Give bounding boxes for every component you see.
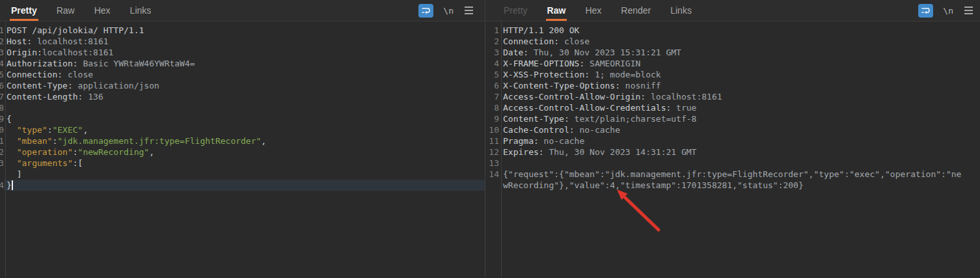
- tab-pretty: Pretty: [502, 0, 529, 21]
- line-text[interactable]: ]: [4, 169, 485, 180]
- token: Origin:: [7, 48, 42, 57]
- code-line: 11Pragma: no-cache: [486, 135, 980, 146]
- code-line[interactable]: 6Content-Type: application/json: [0, 80, 485, 91]
- line-number: 12: [486, 146, 499, 158]
- gutter-divider: [5, 22, 6, 278]
- request-editor[interactable]: 1POST /api/jolokia/ HTTP/1.12Host: local…: [0, 22, 485, 278]
- token: POST /api/jolokia/ HTTP/1.1: [7, 25, 144, 35]
- newline-toggle[interactable]: \n: [943, 6, 953, 16]
- token: localhost:8161: [42, 48, 114, 57]
- token: "operation": [17, 147, 73, 157]
- token: "jdk.management.jfr:type=FlightRecorder": [57, 136, 261, 146]
- code-line: 3Date: Thu, 30 Nov 2023 15:31:21 GMT: [486, 47, 980, 58]
- line-text: X-FRAME-OPTIONS: SAMEORIGIN: [499, 58, 980, 69]
- line-text[interactable]: Connection: close: [4, 69, 485, 80]
- line-text[interactable]: POST /api/jolokia/ HTTP/1.1: [4, 25, 485, 36]
- code-line[interactable]: 8: [0, 102, 485, 113]
- line-number: 1: [486, 25, 499, 36]
- menu-icon[interactable]: [963, 5, 974, 16]
- token: :[: [73, 158, 83, 168]
- line-text[interactable]: Content-Length: 136: [4, 91, 485, 102]
- line-number: 11: [486, 135, 499, 146]
- token: }: [7, 180, 12, 190]
- token: "EXEC": [52, 125, 83, 135]
- tab-raw[interactable]: Raw: [546, 0, 567, 21]
- token: 1; mode=block: [590, 70, 661, 79]
- line-text: Access-Control-Allow-Origin: localhost:8…: [499, 91, 980, 102]
- response-editor[interactable]: 1HTTP/1.1 200 OK2Connection: close3Date:…: [486, 22, 980, 278]
- token: localhost:8161: [646, 92, 722, 102]
- line-text[interactable]: }: [4, 180, 485, 191]
- token: no-cache: [539, 136, 584, 146]
- line-number: 8: [0, 102, 4, 113]
- word-wrap-toggle-button[interactable]: [418, 4, 433, 18]
- line-text[interactable]: "arguments":[: [4, 158, 485, 169]
- menu-icon[interactable]: [463, 5, 474, 16]
- token: SAMEORIGIN: [584, 59, 640, 68]
- line-text[interactable]: "type":"EXEC",: [4, 124, 485, 135]
- token: Content-Length:: [7, 92, 83, 102]
- word-wrap-toggle-button[interactable]: [918, 4, 933, 18]
- tab-render[interactable]: Render: [619, 0, 652, 21]
- token: no-cache: [575, 125, 620, 135]
- code-line[interactable]: ]: [0, 169, 485, 180]
- line-number: 13: [486, 158, 499, 169]
- line-number: 9: [486, 113, 499, 124]
- line-text[interactable]: Content-Type: application/json: [4, 80, 485, 91]
- token: "newRecording": [78, 147, 150, 157]
- code-line: 8Access-Control-Allow-Credentials: true: [486, 102, 980, 113]
- token: {: [7, 114, 12, 124]
- code-line: 4X-FRAME-OPTIONS: SAMEORIGIN: [486, 58, 980, 69]
- tab-raw[interactable]: Raw: [55, 0, 76, 21]
- line-text[interactable]: Origin:localhost:8161: [4, 47, 485, 58]
- code-line[interactable]: 5Connection: close: [0, 69, 485, 80]
- line-text[interactable]: "mbean":"jdk.management.jfr:type=FlightR…: [4, 135, 485, 146]
- code-line[interactable]: 2Host: localhost:8161: [0, 36, 485, 47]
- token: X-FRAME-OPTIONS:: [503, 59, 584, 68]
- line-text: Date: Thu, 30 Nov 2023 15:31:21 GMT: [499, 47, 980, 58]
- token: close: [62, 70, 93, 79]
- token: Content-Type:: [503, 114, 569, 124]
- newline-toggle[interactable]: \n: [443, 6, 454, 16]
- code-line[interactable]: 12 "operation":"newRecording",: [0, 146, 485, 158]
- token: Content-Type:: [7, 81, 73, 90]
- code-line[interactable]: 7Content-Length: 136: [0, 91, 485, 102]
- token: :: [73, 147, 78, 157]
- line-text: Cache-Control: no-cache: [499, 124, 980, 135]
- request-panel: PrettyRawHexLinks \n 1POST /api/jolokia/…: [0, 0, 485, 278]
- token: Connection:: [7, 70, 62, 79]
- request-tab-bar: PrettyRawHexLinks \n: [0, 0, 485, 21]
- line-text[interactable]: Authorization: Basic YWRtaW46YWRtaW4=: [4, 58, 485, 69]
- line-text: Content-Type: text/plain;charset=utf-8: [499, 113, 980, 124]
- code-line[interactable]: 4Authorization: Basic YWRtaW46YWRtaW4=: [0, 58, 485, 69]
- tab-hex[interactable]: Hex: [93, 0, 112, 21]
- code-line[interactable]: 11 "mbean":"jdk.management.jfr:type=Flig…: [0, 135, 485, 146]
- code-line[interactable]: 1POST /api/jolokia/ HTTP/1.1: [0, 25, 485, 36]
- code-line[interactable]: 14}: [0, 180, 485, 191]
- code-line[interactable]: 13 "arguments":[: [0, 158, 485, 169]
- code-line: 2Connection: close: [486, 36, 980, 47]
- token: X-XSS-Protection:: [503, 70, 590, 79]
- token: [7, 147, 17, 157]
- line-text[interactable]: "operation":"newRecording",: [4, 146, 485, 158]
- line-text: X-XSS-Protection: 1; mode=block: [499, 69, 980, 80]
- gutter-divider: [501, 22, 502, 278]
- token: Thu, 30 Nov 2023 14:31:21 GMT: [544, 147, 697, 157]
- text-caret: [12, 180, 13, 190]
- token: Access-Control-Allow-Credentials:: [503, 103, 671, 113]
- line-text[interactable]: {: [4, 113, 485, 124]
- token: Connection:: [503, 36, 559, 46]
- line-number: 5: [486, 69, 499, 80]
- code-line[interactable]: 3Origin:localhost:8161: [0, 47, 485, 58]
- tab-hex[interactable]: Hex: [584, 0, 603, 21]
- code-line[interactable]: 10 "type":"EXEC",: [0, 124, 485, 135]
- tab-links[interactable]: Links: [669, 0, 693, 21]
- token: Cache-Control:: [503, 125, 575, 135]
- tab-pretty[interactable]: Pretty: [10, 0, 38, 21]
- tab-links[interactable]: Links: [129, 0, 153, 21]
- code-line: 12Expires: Thu, 30 Nov 2023 14:31:21 GMT: [486, 146, 980, 158]
- token: nosniff: [620, 81, 661, 90]
- code-line[interactable]: 9{: [0, 113, 485, 124]
- token: Basic YWRtaW46YWRtaW4=: [78, 59, 195, 68]
- line-text[interactable]: Host: localhost:8161: [4, 36, 485, 47]
